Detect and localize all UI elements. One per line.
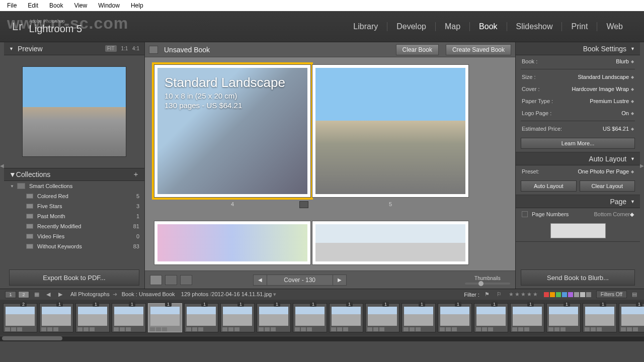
module-book[interactable]: Book — [470, 22, 507, 31]
learn-more-button[interactable]: Learn More... — [521, 138, 635, 149]
filmstrip-thumbnail[interactable]: 1 — [75, 303, 110, 332]
color-chip[interactable] — [568, 292, 573, 297]
spread-view-icon[interactable] — [165, 275, 177, 285]
size-row[interactable]: Size :Standard Landscape◆ — [516, 71, 640, 83]
slider-knob[interactable] — [478, 281, 484, 286]
filmstrip[interactable]: 211111111111111111 — [0, 300, 644, 336]
create-saved-book-button[interactable]: Create Saved Book — [446, 44, 511, 55]
filmstrip-thumbnail[interactable]: 1 — [39, 303, 73, 332]
paper-row[interactable]: Paper Type :Premium Lustre◆ — [516, 95, 640, 107]
thumbnail-size-slider[interactable] — [465, 283, 510, 285]
filters-dropdown[interactable]: Filters Off — [596, 291, 627, 298]
ratio-1-1[interactable]: 1:1 — [121, 46, 128, 51]
preview-panel-header[interactable]: ▼ Preview FIT 1:1 4:1 — [4, 42, 144, 55]
filmstrip-thumbnail[interactable]: 1 — [474, 303, 508, 332]
nav-back-icon[interactable]: ◀ — [46, 291, 53, 298]
checkbox-icon[interactable] — [522, 211, 528, 217]
left-panel-toggle[interactable]: ◀ — [0, 42, 4, 289]
filmstrip-thumbnail[interactable]: 1 — [257, 303, 291, 332]
display-2-button[interactable]: 2 — [18, 291, 29, 298]
page-panel-header[interactable]: Page ▼ — [516, 195, 640, 208]
color-chip[interactable] — [556, 292, 561, 297]
module-map[interactable]: Map — [436, 22, 470, 31]
color-chip[interactable] — [580, 292, 585, 297]
collection-item[interactable]: Five Stars3 — [4, 201, 144, 211]
book-page-7[interactable] — [312, 221, 469, 265]
next-page-button[interactable]: ▶ — [333, 275, 347, 286]
prev-page-button[interactable]: ◀ — [253, 275, 267, 286]
book-spreads-area[interactable]: Standard Landscape 10 x 8 in (25 x 20 cm… — [145, 57, 515, 270]
filmstrip-thumbnail[interactable]: 1 — [293, 303, 327, 332]
filmstrip-thumbnail[interactable]: 1 — [583, 303, 617, 332]
menu-view[interactable]: View — [69, 1, 92, 10]
fit-button[interactable]: FIT — [105, 45, 117, 52]
color-chip[interactable] — [574, 292, 579, 297]
flag-rejected-icon[interactable]: ⚐ — [497, 291, 504, 298]
auto-layout-button[interactable]: Auto Layout — [521, 180, 577, 192]
filmstrip-thumbnail[interactable]: 1 — [510, 303, 544, 332]
send-book-blurb-button[interactable]: Send Book to Blurb... — [521, 269, 635, 286]
filmstrip-thumbnail[interactable]: 1 — [184, 303, 218, 332]
color-chip[interactable] — [562, 292, 567, 297]
menu-file[interactable]: File — [2, 1, 22, 10]
right-panel-toggle[interactable]: ▶ — [640, 42, 644, 289]
module-slideshow[interactable]: Slideshow — [507, 22, 562, 31]
page-range-label[interactable]: Cover - 130 — [267, 275, 333, 286]
flag-picked-icon[interactable]: ⚑ — [485, 291, 492, 298]
filmstrip-thumbnail[interactable]: 1 — [220, 303, 255, 332]
collection-item[interactable]: Recently Modified81 — [4, 221, 144, 231]
filmstrip-thumbnail[interactable]: 1 — [365, 303, 399, 332]
filmstrip-thumbnail[interactable]: 1 — [619, 303, 644, 332]
filmstrip-thumbnail[interactable]: 1 — [329, 303, 363, 332]
clear-layout-button[interactable]: Clear Layout — [580, 180, 635, 192]
single-page-view-icon[interactable] — [180, 275, 192, 285]
page-numbers-row[interactable]: Page Numbers Bottom Corner ◆ — [516, 208, 640, 220]
collection-item[interactable]: Past Month1 — [4, 211, 144, 221]
book-page-6[interactable] — [154, 221, 311, 265]
filmstrip-thumbnail[interactable]: 1 — [546, 303, 581, 332]
display-1-button[interactable]: 1 — [5, 291, 16, 298]
filmstrip-scrollbar[interactable] — [0, 336, 644, 341]
add-collection-icon[interactable]: ＋ — [132, 170, 139, 179]
menu-edit[interactable]: Edit — [23, 1, 43, 10]
nav-forward-icon[interactable]: ▶ — [58, 291, 65, 298]
breadcrumb[interactable]: All Photographs➜ Book : Unsaved Book 129… — [70, 291, 276, 298]
color-label-filter[interactable] — [544, 292, 591, 297]
module-print[interactable]: Print — [562, 22, 597, 31]
collections-panel-header[interactable]: ▼ Collections ＋ — [4, 168, 144, 181]
page-menu-icon[interactable] — [299, 201, 308, 208]
color-chip[interactable] — [544, 292, 549, 297]
book-service-row[interactable]: Book :Blurb◆ — [516, 55, 640, 67]
book-page-4[interactable]: Standard Landscape 10 x 8 in (25 x 20 cm… — [154, 64, 311, 198]
multi-page-view-icon[interactable] — [150, 275, 162, 285]
preview-thumbnail[interactable] — [22, 66, 126, 157]
menu-help[interactable]: Help — [126, 1, 148, 10]
color-chip[interactable] — [550, 292, 555, 297]
page-template-swatch[interactable] — [550, 223, 606, 238]
filmstrip-thumbnail[interactable]: 1 — [112, 303, 146, 332]
rating-filter[interactable]: ★★★★★ — [509, 291, 539, 298]
auto-layout-header[interactable]: Auto Layout ▼ — [516, 152, 640, 165]
collection-item[interactable]: Without Keywords83 — [4, 241, 144, 251]
ratio-4-1[interactable]: 4:1 — [132, 46, 139, 51]
collection-item[interactable]: Video Files0 — [4, 231, 144, 241]
smart-collections-folder[interactable]: ▼ Smart Collections — [4, 181, 144, 191]
grid-view-icon[interactable] — [149, 46, 158, 54]
color-chip[interactable] — [586, 292, 591, 297]
scrollbar-thumb[interactable] — [2, 336, 62, 340]
module-web[interactable]: Web — [597, 22, 632, 31]
menu-window[interactable]: Window — [93, 1, 125, 10]
book-settings-header[interactable]: Book Settings ▼ — [516, 42, 640, 55]
cover-row[interactable]: Cover :Hardcover Image Wrap◆ — [516, 83, 640, 95]
grid-icon[interactable]: ▦ — [34, 291, 41, 298]
menu-book[interactable]: Book — [44, 1, 68, 10]
book-page-5[interactable]: 5 — [312, 64, 469, 198]
clear-book-button[interactable]: Clear Book — [396, 44, 439, 55]
filmstrip-thumbnail[interactable]: 1 — [148, 303, 182, 332]
filmstrip-thumbnail[interactable]: 1 — [438, 303, 472, 332]
module-develop[interactable]: Develop — [387, 22, 436, 31]
filmstrip-thumbnail[interactable]: 2 — [3, 303, 37, 332]
preset-row[interactable]: Preset:One Photo Per Page◆ — [516, 165, 640, 177]
export-book-pdf-button[interactable]: Export Book to PDF... — [9, 269, 139, 286]
logo-page-row[interactable]: Logo Page :On◆ — [516, 107, 640, 119]
